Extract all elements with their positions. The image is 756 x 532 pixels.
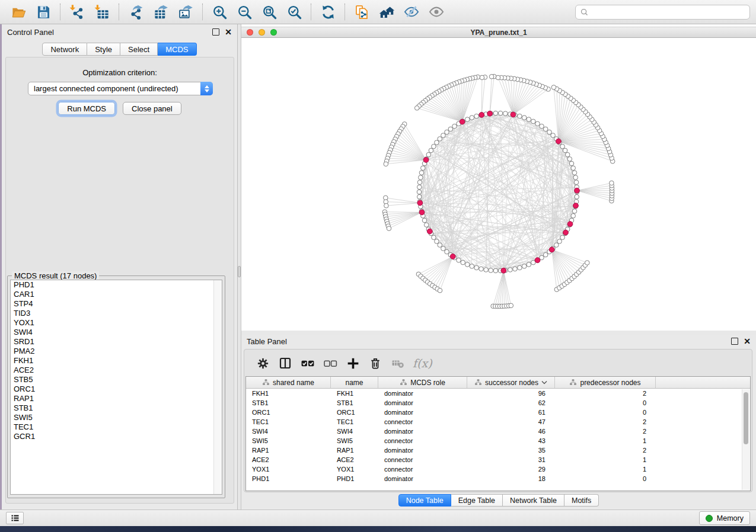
deselect-all-icon[interactable] [321, 354, 339, 372]
cell-name[interactable]: PHD1 [331, 475, 378, 482]
cell-shared_name[interactable]: TEC1 [246, 418, 331, 425]
cell-mcds_role[interactable]: connector [378, 437, 467, 444]
homes-icon[interactable] [377, 2, 396, 21]
table-row[interactable]: SWI4SWI4dominator462 [246, 427, 750, 436]
network-canvas[interactable] [241, 38, 756, 331]
network-graph[interactable] [241, 38, 756, 331]
duplicate-network-icon[interactable] [352, 2, 371, 21]
add-column-icon[interactable] [344, 354, 362, 372]
column-header-successor-nodes[interactable]: successor nodes [467, 377, 555, 388]
cell-shared_name[interactable]: YOX1 [246, 466, 331, 473]
cell-name[interactable]: ACE2 [331, 456, 378, 463]
cell-mcds_role[interactable]: dominator [378, 390, 467, 397]
column-header-predecessor-nodes[interactable]: predecessor nodes [555, 377, 656, 388]
column-header-MCDS-role[interactable]: MCDS role [378, 377, 467, 388]
column-header-shared-name[interactable]: shared name [246, 377, 331, 388]
table-row[interactable]: STB1STB1dominator620 [246, 398, 750, 408]
cell-successor_nodes[interactable]: 61 [467, 409, 555, 416]
horizontal-splitter[interactable] [241, 331, 756, 335]
column-header-name[interactable]: name [331, 377, 378, 388]
task-history-button[interactable] [6, 512, 24, 524]
zoom-in-icon[interactable] [210, 2, 229, 21]
table-scrollbar-thumb[interactable] [744, 392, 748, 444]
run-mcds-button[interactable]: Run MCDS [58, 102, 115, 115]
mcds-result-list[interactable]: PHD1CAR1STP4TID3YOX1SWI4SRD1PMA2FKH1ACE2… [10, 280, 222, 495]
search-input[interactable] [589, 7, 745, 17]
export-image-icon[interactable] [176, 2, 195, 21]
cell-predecessor_nodes[interactable]: 0 [555, 475, 656, 482]
mcds-result-item[interactable]: SWI5 [11, 413, 222, 422]
mcds-result-item[interactable]: PHD1 [11, 280, 222, 290]
cell-mcds_role[interactable]: dominator [378, 399, 467, 406]
cell-predecessor_nodes[interactable]: 2 [555, 418, 656, 425]
cell-shared_name[interactable]: STB1 [246, 399, 331, 406]
float-panel-icon[interactable] [212, 28, 219, 36]
cell-name[interactable]: ORC1 [331, 409, 378, 416]
cell-mcds_role[interactable]: dominator [378, 428, 467, 435]
cell-name[interactable]: SWI5 [331, 437, 378, 444]
cell-name[interactable]: STB1 [331, 399, 378, 406]
table-row[interactable]: TEC1TEC1connector472 [246, 417, 750, 427]
cell-predecessor_nodes[interactable]: 2 [555, 447, 656, 454]
table-row[interactable]: ACE2ACE2connector311 [246, 455, 750, 464]
cell-successor_nodes[interactable]: 43 [467, 437, 555, 444]
cell-predecessor_nodes[interactable]: 0 [555, 399, 656, 406]
cell-shared_name[interactable]: SWI5 [246, 437, 331, 444]
mcds-result-item[interactable]: TEC1 [11, 422, 222, 432]
cell-shared_name[interactable]: ACE2 [246, 456, 331, 463]
cell-predecessor_nodes[interactable]: 0 [555, 409, 656, 416]
close-table-panel-icon[interactable]: ✕ [744, 338, 751, 344]
cell-name[interactable]: TEC1 [331, 418, 378, 425]
tab-select[interactable]: Select [120, 43, 158, 56]
tab-style[interactable]: Style [87, 43, 120, 56]
mcds-result-item[interactable]: SWI4 [11, 328, 222, 337]
cell-mcds_role[interactable]: dominator [378, 447, 467, 454]
cell-successor_nodes[interactable]: 18 [467, 475, 555, 482]
cell-predecessor_nodes[interactable]: 1 [555, 456, 656, 463]
cell-name[interactable]: SWI4 [331, 428, 378, 435]
show-panels-icon[interactable] [427, 2, 446, 21]
mcds-result-item[interactable]: SRD1 [11, 337, 222, 347]
table-settings-icon[interactable] [254, 354, 272, 372]
cell-mcds_role[interactable]: dominator [378, 409, 467, 416]
cell-mcds_role[interactable]: connector [378, 418, 467, 425]
cell-shared_name[interactable]: PHD1 [246, 475, 331, 482]
table-row[interactable]: ORC1ORC1dominator610 [246, 408, 750, 417]
tab-mcds[interactable]: MCDS [158, 43, 196, 56]
table-tab-node-table[interactable]: Node Table [398, 494, 451, 507]
cell-shared_name[interactable]: ORC1 [246, 409, 331, 416]
cell-mcds_role[interactable]: connector [378, 466, 467, 473]
mcds-result-item[interactable]: GCR1 [11, 432, 222, 441]
close-panel-button[interactable]: Close panel [123, 102, 181, 115]
cell-name[interactable]: FKH1 [331, 390, 378, 397]
cell-mcds_role[interactable]: dominator [378, 475, 467, 482]
mcds-result-item[interactable]: YOX1 [11, 318, 222, 328]
zoom-fit-icon[interactable] [260, 2, 279, 21]
cell-successor_nodes[interactable]: 35 [467, 447, 555, 454]
table-tab-network-table[interactable]: Network Table [503, 494, 564, 507]
node-table[interactable]: shared namenameMCDS rolesuccessor nodesp… [245, 376, 751, 491]
cell-shared_name[interactable]: RAP1 [246, 447, 331, 454]
float-table-panel-icon[interactable] [731, 338, 738, 345]
mcds-result-item[interactable]: ORC1 [11, 384, 222, 394]
cell-successor_nodes[interactable]: 96 [467, 390, 555, 397]
table-row[interactable]: PHD1PHD1dominator180 [246, 474, 750, 483]
mcds-result-item[interactable]: RAP1 [11, 394, 222, 403]
export-table-icon[interactable] [151, 2, 170, 21]
import-table-icon[interactable] [92, 2, 111, 21]
mcds-result-item[interactable]: FKH1 [11, 356, 222, 366]
table-scrollbar[interactable] [742, 389, 749, 490]
cell-predecessor_nodes[interactable]: 1 [555, 466, 656, 473]
table-row[interactable]: YOX1YOX1connector291 [246, 464, 750, 474]
export-network-icon[interactable] [126, 2, 145, 21]
cell-successor_nodes[interactable]: 31 [467, 456, 555, 463]
refresh-icon[interactable] [318, 2, 337, 21]
table-tab-motifs[interactable]: Motifs [564, 494, 599, 507]
cell-predecessor_nodes[interactable]: 2 [555, 428, 656, 435]
import-network-icon[interactable] [68, 2, 87, 21]
cell-successor_nodes[interactable]: 29 [467, 466, 555, 473]
cell-predecessor_nodes[interactable]: 1 [555, 437, 656, 444]
cell-successor_nodes[interactable]: 47 [467, 418, 555, 425]
splitter-handle[interactable] [238, 266, 241, 277]
mcds-result-item[interactable]: ACE2 [11, 366, 222, 375]
